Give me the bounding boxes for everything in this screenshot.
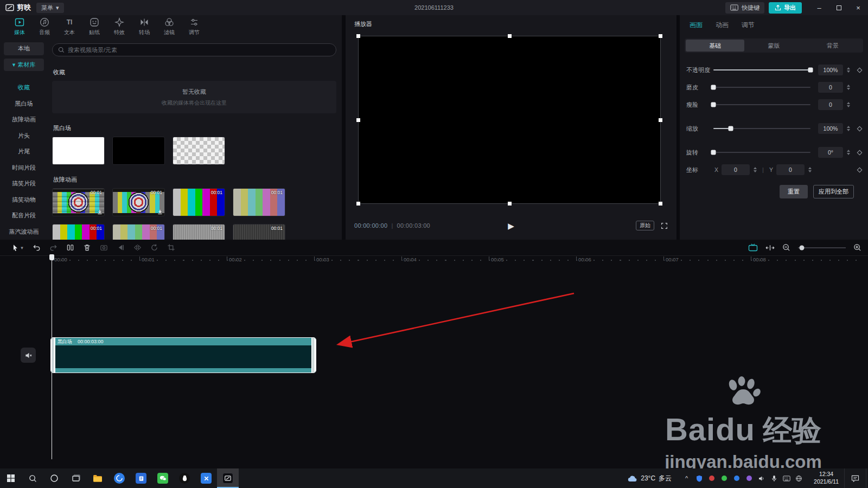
sidebar-item-bw-field[interactable]: 黑白场 <box>4 96 44 112</box>
timeline-zoom-slider[interactable] <box>798 247 846 248</box>
taskbar-search-button[interactable] <box>22 468 43 488</box>
selection-handle[interactable] <box>659 118 662 122</box>
selection-handle[interactable] <box>356 118 360 122</box>
opacity-keyframe-icon[interactable] <box>857 67 863 73</box>
delete-button[interactable] <box>79 242 95 254</box>
search-bar[interactable] <box>52 43 336 56</box>
thumbnail-glitch-testcard[interactable]: 00:01 <box>52 188 105 216</box>
scale-stepper[interactable] <box>846 126 851 131</box>
qq-button[interactable] <box>174 468 195 488</box>
sidebar-item-outro[interactable]: 片尾 <box>4 144 44 160</box>
snap-toggle-icon[interactable] <box>765 244 775 252</box>
sidebar-item-dub-clip[interactable]: 配音片段 <box>4 208 44 224</box>
reverse-button[interactable] <box>112 242 129 254</box>
sidebar-item-vaporwave[interactable]: 蒸汽波动画 <box>4 224 44 240</box>
selection-handle[interactable] <box>659 34 662 38</box>
smooth-skin-value[interactable]: 0 <box>818 82 843 93</box>
opacity-slider[interactable] <box>713 69 810 70</box>
split-button[interactable] <box>62 242 79 254</box>
tab-adjustment[interactable]: 调节 <box>742 21 755 30</box>
rotate-slider[interactable] <box>713 152 810 153</box>
minimize-button[interactable]: – <box>809 0 829 15</box>
file-explorer-button[interactable] <box>87 468 108 488</box>
scale-slider[interactable] <box>713 128 810 129</box>
subtab-background[interactable]: 背景 <box>803 40 862 52</box>
wechat-button[interactable] <box>152 468 174 488</box>
tab-media[interactable]: 媒体 <box>8 17 31 36</box>
video-preview[interactable] <box>358 36 661 204</box>
search-input[interactable] <box>68 47 330 53</box>
select-tool-button[interactable]: ▾ <box>7 242 28 254</box>
tray-app-purple[interactable] <box>745 474 753 483</box>
sidebar-item-library[interactable]: ▾ 素材库 <box>4 59 44 72</box>
sidebar-item-glitch-animation[interactable]: 故障动画 <box>4 112 44 128</box>
selection-handle[interactable] <box>356 34 360 38</box>
tray-app-green[interactable] <box>720 474 728 483</box>
cortana-button[interactable] <box>43 468 65 488</box>
opacity-stepper[interactable] <box>846 67 851 73</box>
taskbar-clock[interactable]: 12:34 2021/6/11 <box>808 471 844 485</box>
microphone-icon[interactable] <box>770 474 778 483</box>
thumbnail-colorbars-3[interactable]: 00:01 <box>112 224 165 240</box>
zoom-slider-knob[interactable] <box>800 245 805 250</box>
thumbnail-static-noise[interactable]: 00:01 <box>173 224 225 240</box>
rotate-button[interactable] <box>146 242 163 254</box>
slim-face-value[interactable]: 0 <box>818 99 843 110</box>
crop-button[interactable] <box>163 242 180 254</box>
tray-app-blue[interactable] <box>732 474 741 483</box>
shortcuts-button[interactable]: 快捷键 <box>725 2 764 14</box>
thumbnail-white-field[interactable] <box>52 137 105 165</box>
selection-handle[interactable] <box>508 202 512 206</box>
jianying-app-button[interactable] <box>217 468 239 488</box>
tab-sticker[interactable]: 贴纸 <box>82 17 106 36</box>
rotate-stepper[interactable] <box>846 150 851 155</box>
ime-keyboard-icon[interactable] <box>782 474 790 483</box>
network-icon[interactable] <box>795 474 803 483</box>
coord-x-value[interactable]: 0 <box>722 164 750 175</box>
weather-widget[interactable]: 23°C 多云 <box>622 474 677 483</box>
preview-quality-icon[interactable] <box>748 243 758 252</box>
undo-button[interactable] <box>28 242 45 254</box>
freeze-frame-button[interactable] <box>95 242 112 254</box>
thumbnail-transparent-field[interactable] <box>173 137 225 165</box>
coord-keyframe-icon[interactable] <box>857 167 863 172</box>
show-desktop-button[interactable] <box>866 468 868 488</box>
original-quality-button[interactable]: 原始 <box>636 221 654 230</box>
coord-y-value[interactable]: 0 <box>776 164 805 175</box>
thumbnail-black-field[interactable] <box>112 137 165 165</box>
mute-track-button[interactable] <box>21 348 36 363</box>
browser-app-button[interactable] <box>108 468 130 488</box>
task-view-button[interactable] <box>65 468 87 488</box>
maximize-button[interactable] <box>829 0 848 15</box>
download-icon[interactable] <box>97 209 103 215</box>
coord-x-stepper[interactable] <box>752 167 758 172</box>
subtab-mask[interactable]: 蒙版 <box>744 40 803 52</box>
sidebar-item-favorites[interactable]: 收藏 <box>4 80 44 96</box>
zoom-out-icon[interactable] <box>782 243 790 252</box>
tab-text[interactable]: TI 文本 <box>58 17 81 36</box>
tab-adjust[interactable]: 调节 <box>182 17 206 36</box>
smooth-skin-slider[interactable] <box>713 87 810 88</box>
reset-button[interactable]: 重置 <box>780 185 808 198</box>
selection-handle[interactable] <box>659 202 662 206</box>
tab-picture[interactable]: 画面 <box>690 21 703 30</box>
tab-filter[interactable]: 滤镜 <box>157 17 181 36</box>
sidebar-item-funny-animal[interactable]: 搞笑动物 <box>4 192 44 208</box>
thumbnail-colorbars[interactable]: 00:01 <box>173 188 225 216</box>
volume-icon[interactable] <box>757 474 765 483</box>
timeline-ruler[interactable]: 00:00 00:01 00:02 00:03 00:04 00:05 00:0… <box>0 256 868 264</box>
subtab-basic[interactable]: 基础 <box>686 40 744 52</box>
scale-keyframe-icon[interactable] <box>857 126 863 131</box>
selection-handle[interactable] <box>508 34 512 38</box>
rotate-keyframe-icon[interactable] <box>857 150 863 155</box>
tab-transition[interactable]: 转场 <box>132 17 156 36</box>
export-button[interactable]: 导出 <box>769 2 802 14</box>
coord-y-stepper[interactable] <box>807 167 813 172</box>
redo-button[interactable] <box>45 242 62 254</box>
timeline-clip-bw-field[interactable]: 黑白场 00:00:03:00 <box>50 337 316 373</box>
start-button[interactable] <box>0 468 22 488</box>
docs-app-button[interactable] <box>130 468 152 488</box>
apply-to-all-button[interactable]: 应用到全部 <box>813 185 854 198</box>
tray-app-red[interactable] <box>707 474 716 483</box>
notification-center-button[interactable] <box>844 468 866 488</box>
